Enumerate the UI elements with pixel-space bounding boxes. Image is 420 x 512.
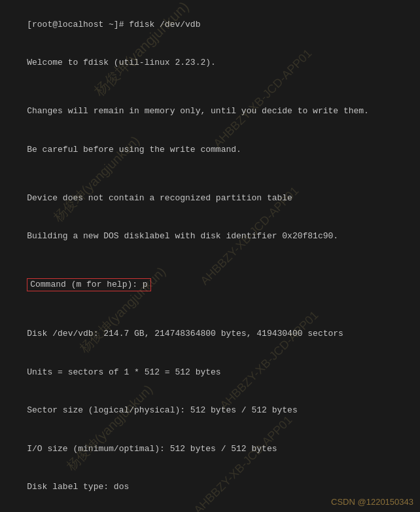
line-5: Be careful before using the write comman…	[7, 130, 413, 169]
line-1: [root@localhost ~]# fdisk /dev/vdb	[7, 5, 413, 44]
disk-info-3: Sector size (logical/physical): 512 byte…	[7, 392, 413, 430]
disk-info-4: I/O size (minimum/optimal): 512 bytes / …	[7, 430, 413, 468]
csdn-badge: CSDN @1220150343	[331, 497, 413, 507]
disk-info-1: Disk /dev/vdb: 214.7 GB, 214748364800 by…	[7, 315, 413, 354]
line-8: Building a new DOS disklabel with disk i…	[7, 217, 413, 256]
blank-4	[7, 304, 413, 315]
blank-3	[7, 255, 413, 266]
line-2: Welcome to fdisk (util-linux 2.23.2).	[7, 44, 413, 82]
line-7: Device does not contain a recognized par…	[7, 179, 413, 217]
cmd-line-p: Command (m for help): p	[7, 266, 413, 304]
terminal: 杨俊坤(yangjunkun) AHBBZY-XB-JCD-APP01 杨俊坤(…	[0, 0, 420, 512]
disk-info-2: Units = sectors of 1 * 512 = 512 bytes	[7, 353, 413, 392]
line-4: Changes will remain in memory only, unti…	[7, 92, 413, 131]
blank-2	[7, 169, 413, 179]
disk-info-6: Disk identifier: 0x20f81c90	[7, 506, 413, 512]
command-p: Command (m for help): p	[27, 278, 150, 291]
blank-1	[7, 82, 413, 92]
